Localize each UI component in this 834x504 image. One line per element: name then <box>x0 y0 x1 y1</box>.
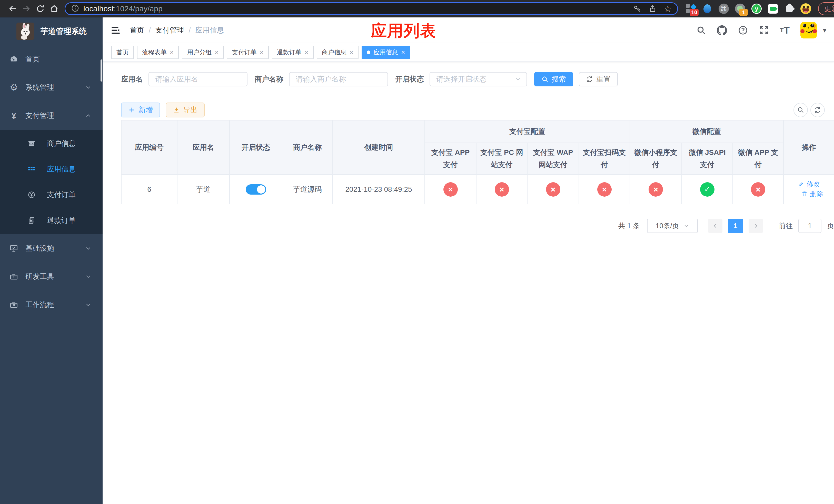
table-row: 6 芋道 芋道源码 2021-10-23 08:49:25 <box>121 175 834 204</box>
sidebar-item-pay-orders[interactable]: 支付订单 <box>0 182 103 208</box>
sidebar-item-merchant-info[interactable]: 商户信息 <box>0 131 103 156</box>
yen-icon: ¥ <box>9 111 19 120</box>
export-button[interactable]: 导出 <box>166 102 205 117</box>
close-tab-icon[interactable]: × <box>350 49 353 55</box>
alipay-qr-status-icon <box>597 182 612 197</box>
col-app-name: 应用名 <box>177 120 229 175</box>
tab-home[interactable]: 首页 <box>111 46 134 59</box>
extension-pin-icon[interactable] <box>702 3 713 14</box>
sidebar-item-label: 首页 <box>25 54 40 64</box>
page-content: 应用名 商户名称 开启状态 请选择开启状态 搜索 重置 <box>103 62 834 233</box>
sidebar-item-label: 支付管理 <box>25 111 54 120</box>
status-label: 开启状态 <box>395 74 424 84</box>
goto-page-input[interactable] <box>798 219 821 233</box>
refresh-icon <box>586 76 593 83</box>
extension-icons: 10 ⌘ 1 y <box>685 3 811 14</box>
extension-sigma-icon[interactable]: 10 <box>685 3 697 14</box>
sidebar-item-payment[interactable]: ¥ 支付管理 <box>0 101 103 130</box>
address-bar[interactable]: localhost:1024/pay/app ☆ <box>65 2 678 15</box>
merchant-name-label: 商户名称 <box>255 74 283 84</box>
help-icon[interactable] <box>738 25 748 36</box>
tab-process-form[interactable]: 流程表单× <box>137 46 179 59</box>
sidebar-item-label: 退款订单 <box>47 215 76 225</box>
bookmark-star-icon[interactable]: ☆ <box>664 4 672 13</box>
page-size-select[interactable]: 10条/页 <box>647 219 698 233</box>
edit-link[interactable]: 修改 <box>798 180 820 189</box>
extension-y-icon[interactable]: y <box>751 3 762 14</box>
tab-refund-orders[interactable]: 退款订单× <box>272 46 314 59</box>
header-search-icon[interactable] <box>696 25 706 35</box>
sidebar-item-refund-orders[interactable]: 退款订单 <box>0 208 103 233</box>
sidebar-item-home[interactable]: 首页 <box>0 45 103 73</box>
breadcrumb-separator: / <box>149 26 151 35</box>
sidebar-item-dev-tools[interactable]: 研发工具 <box>0 262 103 291</box>
download-icon <box>173 107 180 114</box>
user-avatar[interactable] <box>800 22 817 39</box>
browser-home-icon[interactable] <box>47 2 61 16</box>
extension-puzzle-icon[interactable] <box>784 3 795 14</box>
status-select[interactable]: 请选择开启状态 <box>430 72 527 86</box>
tab-merchant-info[interactable]: 商户信息× <box>317 46 358 59</box>
wechat-app-status-icon <box>751 182 765 197</box>
browser-reload-icon[interactable] <box>33 2 47 16</box>
page-annotation-title: 应用列表 <box>371 20 437 42</box>
browser-back-icon[interactable] <box>6 2 20 16</box>
close-tab-icon[interactable]: × <box>215 49 219 55</box>
page-number-button[interactable]: 1 <box>728 219 743 233</box>
tab-app-info[interactable]: 应用信息× <box>361 46 410 59</box>
site-info-icon[interactable] <box>71 4 79 13</box>
navbar-actions: TT ▾ <box>696 22 826 39</box>
prev-page-button[interactable] <box>708 219 722 233</box>
profile-emoji-icon[interactable] <box>800 3 811 14</box>
pagination: 共 1 条 10条/页 1 前往 页 <box>121 219 834 233</box>
password-key-icon[interactable] <box>633 5 641 13</box>
browser-toolbar: localhost:1024/pay/app ☆ 10 ⌘ 1 <box>0 0 834 18</box>
monitor-icon <box>9 244 19 253</box>
merchant-name-input[interactable] <box>289 72 388 86</box>
enable-toggle[interactable] <box>246 184 266 194</box>
github-icon[interactable] <box>717 25 727 36</box>
breadcrumb-home[interactable]: 首页 <box>130 25 144 35</box>
sidebar-scrollbar-thumb[interactable] <box>101 60 102 82</box>
sidebar-item-label: 基础设施 <box>25 244 54 253</box>
sidebar-item-app-info[interactable]: 应用信息 <box>0 156 103 182</box>
delete-link[interactable]: 删除 <box>801 189 823 199</box>
sidebar-item-system[interactable]: ⚙ 系统管理 <box>0 73 103 101</box>
hamburger-icon[interactable] <box>110 25 121 35</box>
fullscreen-icon[interactable] <box>759 25 769 36</box>
show-search-button[interactable] <box>793 103 808 117</box>
cell-created: 2021-10-23 08:49:25 <box>333 175 425 204</box>
col-actions: 操作 <box>784 120 834 175</box>
close-tab-icon[interactable]: × <box>401 49 405 55</box>
close-tab-icon[interactable]: × <box>260 49 263 55</box>
tags-view-bar: 首页 流程表单× 用户分组× 支付订单× 退款订单× 商户信息× 应用信息× <box>103 43 834 62</box>
search-button[interactable]: 搜索 <box>534 72 573 86</box>
applications-table: 应用编号 应用名 开启状态 商户名称 创建时间 支付宝配置 微信配置 操作 支付… <box>121 120 834 204</box>
refresh-table-button[interactable] <box>810 103 825 117</box>
toolbox-icon <box>9 272 19 281</box>
extension-camera-icon[interactable] <box>767 3 778 14</box>
sidebar-item-label: 研发工具 <box>25 272 54 281</box>
grid-icon <box>26 165 37 174</box>
app-logo[interactable]: 芋道管理系统 <box>0 18 103 45</box>
close-tab-icon[interactable]: × <box>305 49 308 55</box>
breadcrumb-payment[interactable]: 支付管理 <box>155 25 184 35</box>
extension-recorder-icon[interactable]: 1 <box>734 3 746 14</box>
font-size-icon[interactable]: TT <box>780 25 790 36</box>
sidebar-item-workflow[interactable]: 工作流程 <box>0 291 103 319</box>
browser-forward-icon[interactable] <box>20 2 33 16</box>
app-name-input[interactable] <box>149 72 247 86</box>
tab-pay-orders[interactable]: 支付订单× <box>227 46 268 59</box>
close-tab-icon[interactable]: × <box>170 49 174 55</box>
caret-down-icon[interactable]: ▾ <box>823 26 826 35</box>
next-page-button[interactable] <box>749 219 763 233</box>
tab-user-group[interactable]: 用户分组× <box>182 46 224 59</box>
sidebar-item-infrastructure[interactable]: 基础设施 <box>0 234 103 262</box>
share-icon[interactable] <box>649 5 657 13</box>
chevron-down-icon <box>683 223 689 229</box>
extension-command-icon[interactable]: ⌘ <box>718 3 729 14</box>
chrome-update-button[interactable]: 更新 <box>818 2 834 15</box>
sidebar-item-label: 工作流程 <box>25 300 54 310</box>
reset-button[interactable]: 重置 <box>579 72 618 86</box>
add-button[interactable]: 新增 <box>121 102 160 117</box>
